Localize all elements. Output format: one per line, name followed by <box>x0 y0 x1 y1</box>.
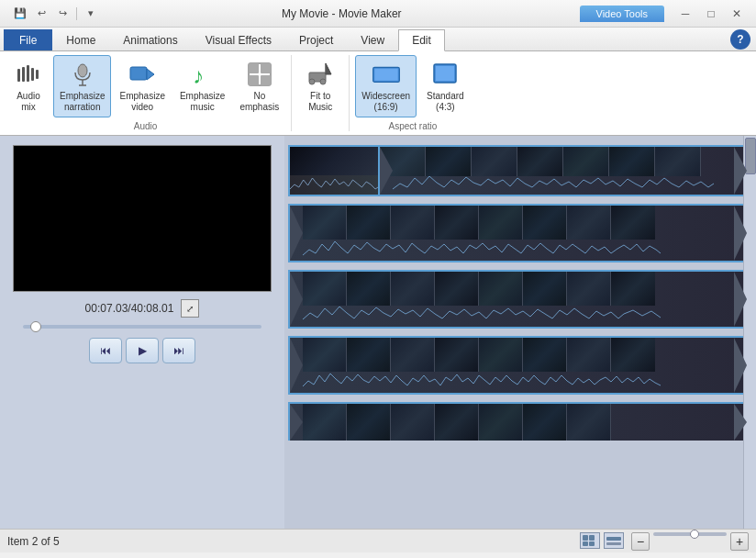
svg-point-17 <box>309 79 315 84</box>
no-emphasis-button[interactable]: Noemphasis <box>233 55 285 117</box>
zoom-out-button[interactable]: − <box>631 532 650 551</box>
standard-button[interactable]: Standard(4:3) <box>420 55 471 117</box>
svg-point-5 <box>78 64 87 77</box>
audio-buttons: Audiomix Emphasizenarration <box>6 55 285 117</box>
aspect-ratio-group: Widescreen(16:9) Standard(4:3) Aspect ra… <box>350 55 475 131</box>
audio-mix-button[interactable]: Audiomix <box>6 55 51 117</box>
preview-screen <box>13 145 272 292</box>
svg-rect-26 <box>583 541 588 546</box>
tab-animations[interactable]: Animations <box>109 29 191 50</box>
svg-rect-28 <box>606 537 621 541</box>
tab-edit[interactable]: Edit <box>398 29 445 51</box>
ribbon: Audiomix Emphasizenarration <box>0 51 756 136</box>
standard-icon <box>430 60 460 89</box>
seek-thumb[interactable] <box>30 321 41 332</box>
timeline-scroll[interactable] <box>284 136 756 529</box>
no-emphasis-icon <box>245 60 274 89</box>
svg-rect-8 <box>130 67 147 80</box>
audio-group-label: Audio <box>134 117 158 131</box>
preview-panel: 00:07.03/40:08.01 ⤢ ⏮ ▶ ⏭ <box>0 136 284 529</box>
window-controls[interactable]: ─ □ ✕ <box>673 5 749 23</box>
emphasize-video-button[interactable]: Emphasizevideo <box>113 55 171 117</box>
scrollbar[interactable] <box>743 136 756 529</box>
rewind-button[interactable]: ⏮ <box>89 338 122 363</box>
track-row-5 <box>288 402 749 441</box>
emphasize-narration-icon <box>68 60 97 89</box>
timecode-bar: 00:07.03/40:08.01 ⤢ <box>85 299 200 318</box>
main-area: 00:07.03/40:08.01 ⤢ ⏮ ▶ ⏭ <box>0 136 756 529</box>
status-text: Item 2 of 5 <box>7 535 60 548</box>
play-button[interactable]: ▶ <box>126 338 159 363</box>
svg-rect-15 <box>261 75 271 85</box>
track-row-1 <box>288 145 749 196</box>
emphasize-video-label: Emphasizevideo <box>119 91 164 113</box>
save-button[interactable]: 💾 <box>11 5 29 23</box>
emphasize-video-icon <box>128 60 157 89</box>
track-row-3 <box>288 270 749 329</box>
svg-rect-23 <box>436 66 454 81</box>
svg-rect-27 <box>589 541 595 546</box>
svg-text:♪: ♪ <box>193 63 204 88</box>
svg-rect-0 <box>17 69 20 82</box>
ribbon-tabs: File Home Animations Visual Effects Proj… <box>0 28 756 51</box>
help-button[interactable]: ? <box>730 29 750 50</box>
widescreen-button[interactable]: Widescreen(16:9) <box>355 55 417 117</box>
emphasize-music-icon: ♪ <box>188 60 217 89</box>
zoom-slider[interactable] <box>653 532 727 536</box>
redo-button[interactable]: ↪ <box>53 5 72 23</box>
dropdown-arrow[interactable]: ▾ <box>82 5 100 23</box>
emphasize-music-button[interactable]: ♪ Emphasizemusic <box>173 55 231 117</box>
zoom-slider-thumb[interactable] <box>690 530 699 539</box>
audio-mix-icon <box>14 60 43 89</box>
video-tools-badge: Video Tools <box>580 6 664 22</box>
svg-rect-12 <box>249 63 259 73</box>
tab-visual-effects[interactable]: Visual Effects <box>192 29 285 50</box>
standard-label: Standard(4:3) <box>427 91 464 113</box>
zoom-in-button[interactable]: + <box>730 532 749 551</box>
aspect-ratio-label: Aspect ratio <box>389 117 438 131</box>
tab-project[interactable]: Project <box>285 29 347 50</box>
audio-mix-label: Audiomix <box>17 91 40 113</box>
tab-view[interactable]: View <box>347 29 398 50</box>
fit-to-music-icon <box>306 60 335 89</box>
minimize-button[interactable]: ─ <box>673 5 697 23</box>
svg-rect-14 <box>249 75 259 85</box>
audio-group: Audiomix Emphasizenarration <box>0 55 292 131</box>
aspect-ratio-buttons: Widescreen(16:9) Standard(4:3) <box>355 55 470 117</box>
svg-rect-24 <box>583 535 588 541</box>
storyboard-view-button[interactable] <box>580 532 600 549</box>
timecode-expand-button[interactable]: ⤢ <box>181 299 199 318</box>
track-row-2 <box>288 204 749 262</box>
svg-point-18 <box>320 79 326 84</box>
window-title: My Movie - Movie Maker <box>104 7 580 20</box>
fit-to-music-label: Fit toMusic <box>308 91 332 113</box>
playback-controls: ⏮ ▶ ⏭ <box>89 338 195 363</box>
title-bar: 💾 ↩ ↪ ▾ My Movie - Movie Maker Video Too… <box>0 0 756 28</box>
quick-access-toolbar[interactable]: 💾 ↩ ↪ ▾ <box>7 5 104 23</box>
track-row-4 <box>288 336 749 395</box>
fit-music-buttons: Fit toMusic <box>297 55 343 128</box>
emphasize-narration-button[interactable]: Emphasizenarration <box>53 55 111 117</box>
timeline-area <box>284 136 756 529</box>
close-button[interactable]: ✕ <box>725 5 749 23</box>
undo-button[interactable]: ↩ <box>32 5 50 23</box>
status-bar: Item 2 of 5 − + <box>0 529 756 552</box>
fast-forward-button[interactable]: ⏭ <box>162 338 195 363</box>
tab-home[interactable]: Home <box>52 29 109 50</box>
svg-rect-2 <box>27 65 29 82</box>
timecode-text: 00:07.03/40:08.01 <box>85 302 174 315</box>
seek-bar[interactable] <box>23 325 261 329</box>
maximize-button[interactable]: □ <box>699 5 723 23</box>
view-icons: − + <box>580 532 749 551</box>
emphasize-narration-label: Emphasizenarration <box>60 91 105 113</box>
svg-rect-29 <box>606 542 621 545</box>
tab-file[interactable]: File <box>4 29 52 50</box>
svg-marker-9 <box>147 69 154 80</box>
fit-to-music-group: Fit toMusic <box>292 55 350 131</box>
timeline-view-button[interactable] <box>604 532 624 549</box>
separator <box>76 7 77 20</box>
widescreen-label: Widescreen(16:9) <box>361 91 410 113</box>
svg-rect-21 <box>374 69 397 81</box>
fit-to-music-button[interactable]: Fit toMusic <box>297 55 343 117</box>
no-emphasis-label: Noemphasis <box>239 91 279 113</box>
